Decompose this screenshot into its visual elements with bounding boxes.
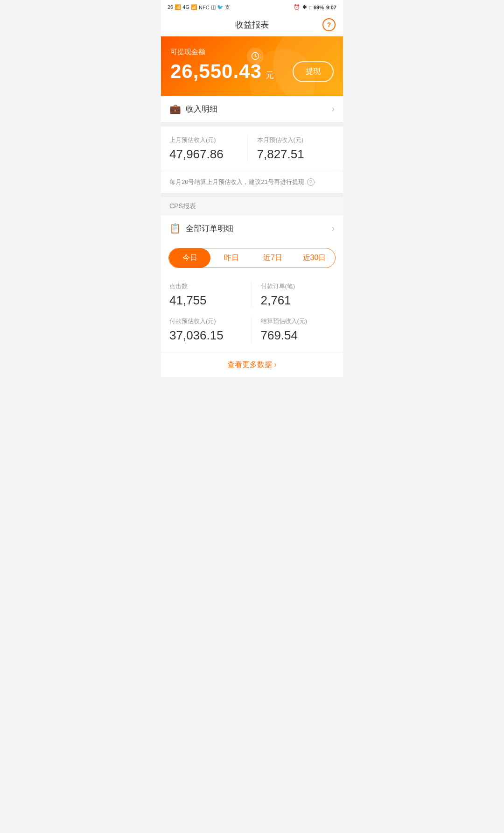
hero-banner: 可提现金额 26,550.43 元 提现: [161, 36, 343, 96]
tab-today[interactable]: 今日: [169, 248, 210, 268]
stats-row-2: 付款预估收入(元) 37,036.15 结算预估收入(元) 769.54: [169, 317, 335, 343]
status-bar: 26 📶 4G 📶 NFC ◫ 🐦 支 ⏰ ✱ □ 69% 9:07: [161, 0, 343, 14]
tabs-container: 今日 昨日 近7日 近30日: [161, 241, 343, 275]
divider-2: [161, 193, 343, 198]
notice-bar: 每月20号结算上月预估收入，建议21号再进行提现 ?: [161, 171, 343, 193]
help-button[interactable]: ?: [322, 18, 336, 31]
tab-7days[interactable]: 近7日: [252, 248, 294, 268]
signal-icons: 26 📶 4G 📶: [168, 4, 197, 10]
tab-30days[interactable]: 近30日: [294, 248, 335, 268]
page-title: 收益报表: [235, 19, 269, 30]
nfc-icon: NFC: [199, 5, 210, 10]
battery-icon: □ 69%: [309, 5, 324, 10]
monthly-stats-section: 上月预估收入(元) 47,967.86 本月预估收入(元) 7,827.51: [161, 127, 343, 171]
more-data-link[interactable]: 查看更多数据 ›: [227, 360, 277, 370]
stats-row-1: 点击数 41,755 付款订单(笔) 2,761: [169, 282, 335, 308]
status-left: 26 📶 4G 📶 NFC ◫ 🐦 支: [168, 4, 230, 11]
pay-est-col: 付款预估收入(元) 37,036.15: [169, 317, 252, 343]
cps-header-label: CPS报表: [169, 202, 196, 210]
all-orders-item[interactable]: 📋 全部订单明细 ›: [161, 215, 343, 241]
wallet-icon: 💼: [169, 103, 181, 114]
status-right: ⏰ ✱ □ 69% 9:07: [294, 4, 336, 10]
time-display: 9:07: [326, 5, 336, 10]
last-month-value: 47,967.86: [169, 147, 243, 162]
other-icons: ◫ 🐦 支: [211, 4, 230, 11]
arrow-right-icon: ›: [332, 104, 335, 114]
this-month-value: 7,827.51: [257, 147, 330, 162]
more-data-row: 查看更多数据 ›: [161, 352, 343, 377]
last-month-label: 上月预估收入(元): [169, 136, 243, 144]
notice-text: 每月20号结算上月预估收入，建议21号再进行提现: [169, 178, 304, 186]
monthly-stats-row: 上月预估收入(元) 47,967.86 本月预估收入(元) 7,827.51: [169, 136, 335, 162]
today-stats-grid: 点击数 41,755 付款订单(笔) 2,761 付款预估收入(元) 37,03…: [161, 275, 343, 352]
cps-section-header: CPS报表: [161, 198, 343, 215]
clicks-label: 点击数: [169, 282, 244, 290]
this-month-col: 本月预估收入(元) 7,827.51: [248, 136, 335, 162]
nav-bar: 收益报表 ?: [161, 14, 343, 36]
clock-icon: ⏰: [294, 4, 300, 10]
income-detail-label: 收入明细: [186, 104, 332, 114]
clicks-col: 点击数 41,755: [169, 282, 252, 308]
all-orders-label: 全部订单明细: [186, 223, 332, 234]
orders-value: 2,761: [261, 293, 335, 308]
settle-est-col: 结算预估收入(元) 769.54: [252, 317, 335, 343]
last-month-col: 上月预估收入(元) 47,967.86: [169, 136, 248, 162]
tab-yesterday[interactable]: 昨日: [210, 248, 252, 268]
amount-value: 26,550.43: [170, 60, 262, 82]
pay-est-label: 付款预估收入(元): [169, 317, 244, 325]
divider-1: [161, 122, 343, 127]
circle-decoration: [247, 48, 264, 64]
settle-est-label: 结算预估收入(元): [261, 317, 335, 325]
notice-help-icon[interactable]: ?: [307, 178, 315, 186]
orders-col: 付款订单(笔) 2,761: [252, 282, 335, 308]
amount-display: 26,550.43 元: [170, 60, 274, 83]
income-detail-item[interactable]: 💼 收入明细 ›: [161, 96, 343, 122]
orders-label: 付款订单(笔): [261, 282, 335, 290]
this-month-label: 本月预估收入(元): [257, 136, 330, 144]
pay-est-value: 37,036.15: [169, 328, 244, 343]
amount-unit: 元: [266, 71, 274, 80]
withdraw-button[interactable]: 提现: [293, 61, 334, 82]
settle-est-value: 769.54: [261, 328, 335, 343]
clicks-value: 41,755: [169, 293, 244, 308]
orders-icon: 📋: [169, 223, 181, 234]
bluetooth-icon: ✱: [302, 4, 307, 10]
period-tabs: 今日 昨日 近7日 近30日: [168, 248, 336, 268]
orders-arrow-icon: ›: [332, 224, 335, 233]
